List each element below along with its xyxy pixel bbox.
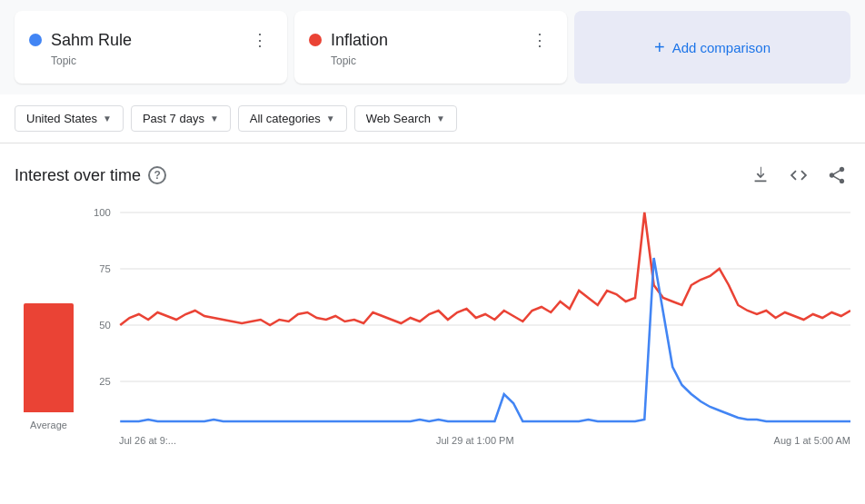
help-icon[interactable]: ?: [148, 166, 166, 184]
inflation-card: Inflation ⋮ Topic: [294, 11, 567, 84]
add-comparison-label: Add comparison: [672, 40, 771, 55]
chart-title-area: Interest over time ?: [15, 166, 166, 185]
x-label-2: Jul 29 at 1:00 PM: [436, 435, 514, 446]
chart-container: Average 100 75 50 25: [15, 203, 850, 458]
region-filter[interactable]: United States ▼: [15, 105, 124, 132]
chart-actions: [747, 162, 850, 189]
filter-bar: United States ▼ Past 7 days ▼ All catego…: [0, 94, 865, 143]
sahm-rule-type: Topic: [29, 54, 273, 67]
search-type-label: Web Search: [366, 112, 431, 125]
svg-text:75: 75: [99, 263, 111, 274]
region-chevron-icon: ▼: [103, 114, 112, 124]
sahm-rule-card: Sahm Rule ⋮ Topic: [15, 11, 287, 84]
avg-label: Average: [30, 420, 67, 430]
avg-bar: [24, 303, 74, 412]
x-label-3: Aug 1 at 5:00 AM: [774, 435, 850, 446]
chart-left: Average: [15, 203, 83, 458]
x-label-1: Jul 26 at 9:...: [119, 435, 176, 446]
category-label: All categories: [250, 112, 321, 125]
inflation-more-button[interactable]: ⋮: [527, 27, 552, 53]
chart-section: Interest over time ?: [0, 143, 865, 472]
svg-text:50: 50: [99, 320, 111, 331]
share-button[interactable]: [823, 162, 850, 189]
avg-bar-wrap: Average: [24, 303, 74, 430]
inflation-dot: [309, 34, 322, 46]
sahm-rule-title: Sahm Rule: [51, 31, 132, 50]
cards-area: Sahm Rule ⋮ Topic Inflation ⋮ Topic + Ad…: [0, 0, 865, 94]
chart-header: Interest over time ?: [15, 162, 850, 189]
region-label: United States: [26, 112, 97, 125]
time-chevron-icon: ▼: [210, 114, 219, 124]
plus-icon: +: [654, 37, 665, 58]
search-type-chevron-icon: ▼: [436, 114, 445, 124]
time-label: Past 7 days: [143, 112, 204, 125]
category-filter[interactable]: All categories ▼: [238, 105, 347, 132]
sahm-rule-line: [120, 258, 850, 421]
share-icon: [827, 165, 847, 185]
sahm-rule-dot: [29, 34, 42, 46]
embed-icon: [789, 165, 809, 185]
category-chevron-icon: ▼: [326, 114, 335, 124]
search-type-filter[interactable]: Web Search ▼: [354, 105, 457, 132]
add-comparison-button[interactable]: + Add comparison: [574, 11, 850, 84]
inflation-type: Topic: [309, 54, 552, 67]
inflation-title: Inflation: [331, 31, 388, 50]
x-labels: Jul 26 at 9:... Jul 29 at 1:00 PM Aug 1 …: [83, 435, 850, 446]
download-icon: [751, 165, 771, 185]
chart-right: 100 75 50 25 Jul 26 at 9:... Jul 29 at 1…: [83, 203, 850, 458]
chart-svg: 100 75 50 25: [83, 203, 850, 430]
sahm-rule-more-button[interactable]: ⋮: [247, 27, 273, 53]
embed-button[interactable]: [785, 162, 812, 189]
download-button[interactable]: [747, 162, 774, 189]
chart-title: Interest over time: [15, 166, 141, 185]
time-filter[interactable]: Past 7 days ▼: [131, 105, 231, 132]
svg-text:100: 100: [94, 207, 111, 218]
svg-text:25: 25: [99, 376, 111, 387]
